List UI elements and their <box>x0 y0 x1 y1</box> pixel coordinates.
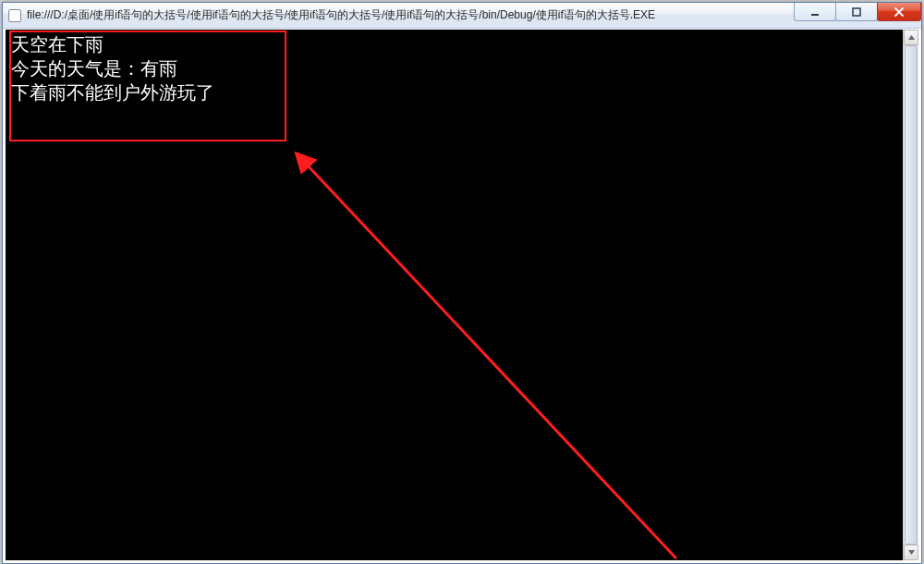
console-output: 天空在下雨 今天的天气是：有雨 下着雨不能到户外游玩了 <box>11 32 214 104</box>
maximize-icon <box>851 6 862 18</box>
scroll-up-button[interactable] <box>904 30 918 45</box>
svg-line-3 <box>306 163 676 558</box>
client-area: 天空在下雨 今天的天气是：有雨 下着雨不能到户外游玩了 <box>3 29 921 563</box>
annotation-arrow <box>6 30 918 560</box>
svg-rect-0 <box>811 14 819 16</box>
scroll-track[interactable] <box>904 45 918 545</box>
app-window: file:///D:/桌面/使用if语句的大括号/使用if语句的大括号/使用if… <box>2 2 922 564</box>
window-title: file:///D:/桌面/使用if语句的大括号/使用if语句的大括号/使用if… <box>27 7 921 23</box>
svg-rect-1 <box>853 8 860 16</box>
scroll-down-button[interactable] <box>904 545 918 560</box>
vertical-scrollbar[interactable] <box>903 30 918 560</box>
svg-marker-4 <box>908 35 915 40</box>
close-icon <box>894 6 905 18</box>
chevron-up-icon <box>907 33 916 42</box>
chevron-down-icon <box>907 548 916 557</box>
minimize-button[interactable] <box>794 3 836 21</box>
minimize-icon <box>809 6 821 18</box>
svg-marker-5 <box>908 550 915 555</box>
console-line: 今天的天气是：有雨 <box>11 57 177 80</box>
console-area: 天空在下雨 今天的天气是：有雨 下着雨不能到户外游玩了 <box>6 30 918 560</box>
window-buttons <box>795 3 921 21</box>
close-button[interactable] <box>877 3 921 21</box>
console-line: 天空在下雨 <box>11 33 103 55</box>
maximize-button[interactable] <box>835 3 878 21</box>
scroll-thumb[interactable] <box>905 45 918 545</box>
app-icon <box>8 9 21 22</box>
console-line: 下着雨不能到户外游玩了 <box>11 81 214 104</box>
titlebar[interactable]: file:///D:/桌面/使用if语句的大括号/使用if语句的大括号/使用if… <box>3 3 921 29</box>
